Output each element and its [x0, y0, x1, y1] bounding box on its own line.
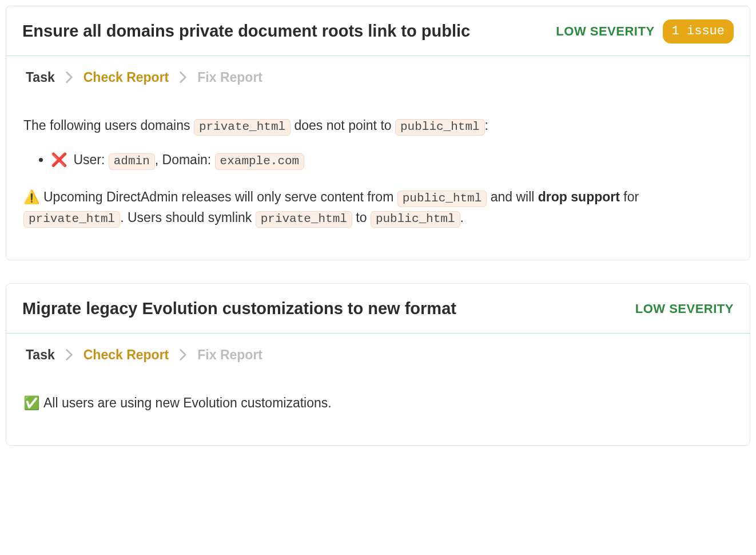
text: for — [620, 189, 639, 204]
card-header: Ensure all domains private document root… — [6, 6, 750, 56]
tab-fix-report: Fix Report — [197, 345, 262, 365]
tab-task[interactable]: Task — [26, 68, 55, 88]
tab-check-report[interactable]: Check Report — [83, 345, 169, 365]
tab-bar: Task Check Report Fix Report — [6, 334, 750, 371]
list-item: ❌ User: admin, Domain: example.com — [51, 150, 733, 171]
text: does not point to — [291, 118, 395, 133]
cross-icon: ❌ — [51, 152, 67, 167]
severity-label: LOW SEVERITY — [556, 22, 654, 41]
code-private-html: private_html — [256, 211, 352, 228]
text: All users are using new Evolution custom… — [43, 395, 332, 410]
issue-list: ❌ User: admin, Domain: example.com — [41, 150, 733, 171]
chevron-right-icon — [179, 349, 187, 360]
task-card-evolution-migration: Migrate legacy Evolution customizations … — [6, 283, 750, 446]
code-private-html: private_html — [194, 119, 291, 136]
text: . Users should symlink — [120, 210, 255, 225]
card-header: Migrate legacy Evolution customizations … — [6, 284, 750, 334]
card-body: ✅All users are using new Evolution custo… — [6, 370, 750, 445]
code-public-html: public_html — [397, 191, 487, 207]
task-card-private-html: Ensure all domains private document root… — [6, 6, 750, 260]
text: . — [460, 210, 464, 225]
intro-line: The following users domains private_html… — [23, 116, 733, 136]
text: to — [352, 210, 371, 225]
tab-fix-report: Fix Report — [197, 68, 262, 88]
text: Upcoming DirectAdmin releases will only … — [43, 189, 397, 204]
tab-check-report[interactable]: Check Report — [83, 68, 169, 88]
check-icon: ✅ — [23, 395, 40, 410]
tab-bar: Task Check Report Fix Report — [6, 56, 750, 93]
code-domain: example.com — [215, 153, 305, 170]
card-title: Migrate legacy Evolution customizations … — [22, 296, 625, 322]
text: The following users domains — [23, 118, 194, 133]
domain-label: , Domain: — [155, 152, 215, 167]
emphasis-drop-support: drop support — [538, 189, 620, 204]
code-private-html: private_html — [23, 211, 120, 228]
code-user: admin — [109, 153, 155, 170]
chevron-right-icon — [65, 349, 73, 360]
card-title: Ensure all domains private document root… — [22, 19, 546, 44]
code-public-html: public_html — [371, 211, 460, 228]
tab-task[interactable]: Task — [26, 345, 55, 365]
header-badges: LOW SEVERITY 1 issue — [556, 19, 734, 43]
chevron-right-icon — [65, 72, 73, 83]
card-body: The following users domains private_html… — [6, 93, 750, 260]
severity-label: LOW SEVERITY — [635, 299, 734, 318]
warning-icon: ⚠️ — [23, 189, 40, 204]
header-badges: LOW SEVERITY — [635, 299, 734, 318]
warning-paragraph: ⚠️Upcoming DirectAdmin releases will onl… — [23, 187, 733, 228]
code-public-html: public_html — [395, 119, 485, 136]
ok-line: ✅All users are using new Evolution custo… — [23, 393, 733, 413]
user-label: User: — [73, 152, 108, 167]
text: and will — [487, 189, 538, 204]
text: : — [485, 118, 488, 133]
issue-count-badge: 1 issue — [663, 19, 734, 43]
chevron-right-icon — [179, 72, 187, 83]
